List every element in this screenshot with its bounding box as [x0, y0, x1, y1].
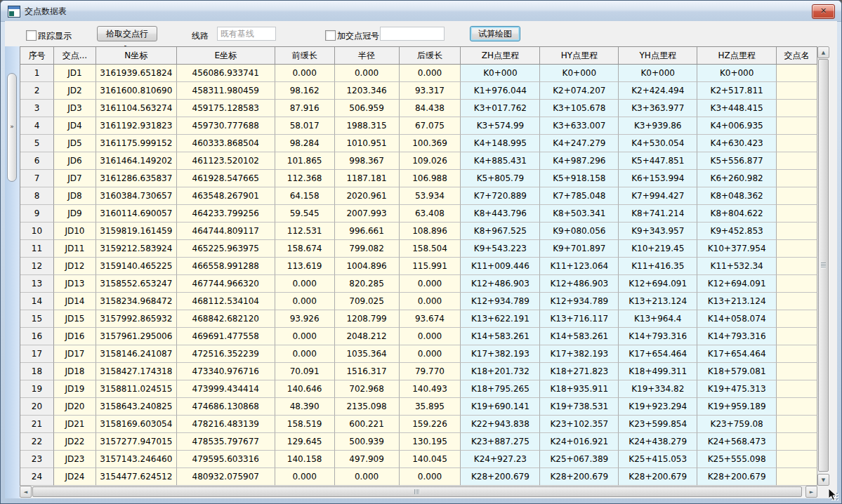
table-cell[interactable]: [777, 345, 817, 363]
table-cell[interactable]: 480932.075907: [177, 468, 275, 486]
table-cell[interactable]: 20: [20, 398, 54, 416]
table-cell[interactable]: 472516.352239: [177, 345, 275, 363]
table-cell[interactable]: 93.674: [400, 310, 461, 328]
table-cell[interactable]: [777, 152, 817, 170]
table-cell[interactable]: K9+452.853: [697, 223, 777, 240]
table-cell[interactable]: K11+009.446: [461, 258, 540, 275]
table-cell[interactable]: K24+438.279: [619, 433, 697, 451]
table-cell[interactable]: [777, 398, 817, 416]
table-cell[interactable]: JD6: [54, 152, 96, 170]
table-cell[interactable]: K3+633.007: [540, 117, 619, 135]
table-cell[interactable]: K10+219.45: [619, 240, 697, 258]
table-cell[interactable]: 3161464.149202: [96, 152, 177, 170]
table-cell[interactable]: K4+630.423: [697, 135, 777, 152]
table-cell[interactable]: 3161192.931823: [96, 117, 177, 135]
table-cell[interactable]: 3157961.295006: [96, 328, 177, 345]
table-cell[interactable]: [777, 380, 817, 398]
table-cell[interactable]: 0.000: [275, 275, 335, 293]
table-cell[interactable]: 18: [20, 363, 54, 380]
table-cell[interactable]: 0.000: [335, 65, 400, 82]
table-cell[interactable]: K5+447.851: [619, 152, 697, 170]
table-cell[interactable]: 474686.130868: [177, 398, 275, 416]
column-header[interactable]: 半径: [335, 47, 400, 65]
table-cell[interactable]: 109.026: [400, 152, 461, 170]
table-cell[interactable]: 106.988: [400, 170, 461, 187]
table-cell[interactable]: 464233.799256: [177, 205, 275, 223]
table-cell[interactable]: 23: [20, 451, 54, 468]
table-cell[interactable]: K8+967.525: [461, 223, 540, 240]
table-cell[interactable]: K3+574.99: [461, 117, 540, 135]
table-cell[interactable]: 9: [20, 205, 54, 223]
table-cell[interactable]: 67.075: [400, 117, 461, 135]
table-cell[interactable]: 473999.434414: [177, 380, 275, 398]
table-cell[interactable]: 3157277.947015: [96, 433, 177, 451]
table-cell[interactable]: K22+943.838: [461, 416, 540, 433]
table-cell[interactable]: 3158811.024515: [96, 380, 177, 398]
table-cell[interactable]: K12+934.789: [540, 293, 619, 310]
table-cell[interactable]: 0.000: [275, 293, 335, 310]
table-cell[interactable]: 820.285: [335, 275, 400, 293]
table-cell[interactable]: 140.045: [400, 451, 461, 468]
table-cell[interactable]: JD7: [54, 170, 96, 187]
table-cell[interactable]: K0+000: [697, 65, 777, 82]
table-cell[interactable]: 140.158: [275, 451, 335, 468]
scroll-down-button[interactable]: ▼: [817, 474, 829, 486]
table-cell[interactable]: K0+000: [540, 65, 619, 82]
table-cell[interactable]: [777, 170, 817, 187]
table-cell[interactable]: K17+382.193: [540, 345, 619, 363]
table-cell[interactable]: JD15: [54, 310, 96, 328]
table-cell[interactable]: K13+622.191: [461, 310, 540, 328]
table-cell[interactable]: K18+499.311: [619, 363, 697, 380]
table-cell[interactable]: 478535.797677: [177, 433, 275, 451]
table-cell[interactable]: K11+416.35: [619, 258, 697, 275]
table-cell[interactable]: [777, 258, 817, 275]
title-bar[interactable]: 交点数据表 ✕: [1, 1, 841, 22]
table-cell[interactable]: 506.959: [335, 100, 400, 117]
table-cell[interactable]: 1187.181: [335, 170, 400, 187]
table-cell[interactable]: 3161104.563274: [96, 100, 177, 117]
table-cell[interactable]: 12: [20, 258, 54, 275]
table-cell[interactable]: K7+994.427: [619, 187, 697, 205]
table-cell[interactable]: 10: [20, 223, 54, 240]
table-cell[interactable]: [777, 135, 817, 152]
table-cell[interactable]: 58.017: [275, 117, 335, 135]
table-cell[interactable]: K14+583.261: [461, 328, 540, 345]
table-cell[interactable]: 64.158: [275, 187, 335, 205]
table-cell[interactable]: 159.226: [400, 416, 461, 433]
column-header[interactable]: 交点名: [777, 47, 817, 65]
table-cell[interactable]: K4+530.054: [619, 135, 697, 152]
table-cell[interactable]: [777, 223, 817, 240]
table-cell[interactable]: 113.619: [275, 258, 335, 275]
table-cell[interactable]: 3161600.810690: [96, 82, 177, 100]
table-cell[interactable]: 0.000: [275, 468, 335, 486]
column-header[interactable]: 前缓长: [275, 47, 335, 65]
table-cell[interactable]: JD8: [54, 187, 96, 205]
table-cell[interactable]: 479595.603316: [177, 451, 275, 468]
table-cell[interactable]: [777, 310, 817, 328]
table-cell[interactable]: 0.000: [400, 293, 461, 310]
table-cell[interactable]: 0.000: [400, 328, 461, 345]
panel-expander-button[interactable]: »: [7, 73, 17, 182]
table-cell[interactable]: 6: [20, 152, 54, 170]
table-cell[interactable]: [777, 328, 817, 345]
table-cell[interactable]: 461123.520102: [177, 152, 275, 170]
table-cell[interactable]: JD10: [54, 223, 96, 240]
table-cell[interactable]: [777, 187, 817, 205]
table-cell[interactable]: K13+716.117: [540, 310, 619, 328]
table-cell[interactable]: K5+918.158: [540, 170, 619, 187]
table-cell[interactable]: K12+486.903: [461, 275, 540, 293]
table-cell[interactable]: K12+486.903: [540, 275, 619, 293]
table-cell[interactable]: 0.000: [400, 65, 461, 82]
table-cell[interactable]: K19+738.531: [540, 398, 619, 416]
table-cell[interactable]: 468112.534104: [177, 293, 275, 310]
table-cell[interactable]: 3161175.999152: [96, 135, 177, 152]
table-cell[interactable]: K19+334.82: [619, 380, 697, 398]
table-cell[interactable]: K5+805.79: [461, 170, 540, 187]
table-cell[interactable]: K19+475.313: [697, 380, 777, 398]
table-cell[interactable]: 3157143.246460: [96, 451, 177, 468]
table-cell[interactable]: K18+201.732: [461, 363, 540, 380]
column-header[interactable]: E坐标: [177, 47, 275, 65]
table-cell[interactable]: 468842.682120: [177, 310, 275, 328]
table-cell[interactable]: K28+200.679: [461, 468, 540, 486]
table-cell[interactable]: K11+532.34: [697, 258, 777, 275]
